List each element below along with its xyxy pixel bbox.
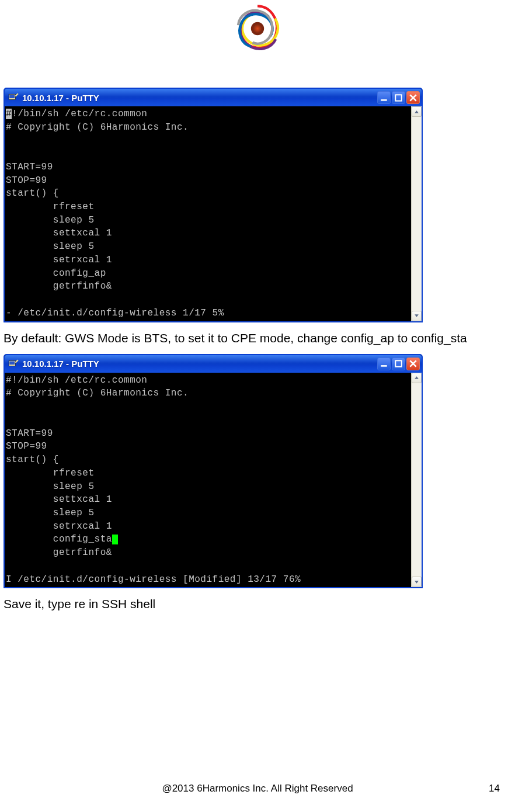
terminal-text-segment: STOP=99 — [6, 175, 47, 186]
putty-window-1: 10.10.1.17 - PuTTY #!/bin/sh /etc/rc.com… — [4, 88, 423, 322]
svg-rect-2 — [9, 95, 15, 99]
scroll-track[interactable] — [412, 383, 422, 577]
page-number: 14 — [489, 783, 500, 794]
terminal-content[interactable]: #!/bin/sh /etc/rc.common # Copyright (C)… — [5, 106, 411, 321]
terminal-text-segment: config_ap — [6, 268, 106, 279]
window-controls — [377, 358, 420, 370]
scrollbar[interactable] — [411, 106, 422, 321]
window-title: 10.10.1.17 - PuTTY — [22, 359, 374, 369]
scroll-up-button[interactable] — [412, 106, 422, 117]
terminal-text-segment: #!/bin/sh /etc/rc.common — [6, 375, 147, 386]
minimize-button[interactable] — [377, 358, 391, 370]
scrollbar[interactable] — [411, 373, 422, 588]
terminal-text-segment: sleep 5 — [6, 508, 95, 518]
putty-icon — [8, 359, 19, 369]
terminal-text-segment: getrfinfo& — [6, 281, 112, 292]
terminal-text-segment: setrxcal 1 — [6, 255, 112, 265]
putty-icon — [8, 92, 19, 103]
terminal-text-segment: # — [6, 109, 12, 119]
close-button[interactable] — [406, 358, 420, 370]
scroll-track[interactable] — [412, 117, 422, 311]
terminal-text-segment: sleep 5 — [6, 241, 95, 252]
paragraph-2: Save it, type re in SSH shell — [4, 596, 511, 612]
scroll-down-button[interactable] — [412, 311, 422, 321]
terminal-text-segment: settxcal 1 — [6, 228, 112, 238]
terminal-text-segment: !/bin/sh /etc/rc.common — [12, 109, 147, 119]
window-title: 10.10.1.17 - PuTTY — [22, 93, 374, 103]
page-header — [0, 0, 515, 56]
minimize-button[interactable] — [377, 91, 391, 104]
page-footer: @2013 6Harmonics Inc. All Right Reserved… — [0, 783, 515, 794]
page-content: 10.10.1.17 - PuTTY #!/bin/sh /etc/rc.com… — [0, 88, 515, 612]
terminal-text-segment: start() { — [6, 188, 59, 199]
terminal-text-segment: setrxcal 1 — [6, 521, 112, 532]
terminal-text-segment: settxcal 1 — [6, 494, 112, 505]
terminal-text-segment: I /etc/init.d/config-wireless [Modified]… — [6, 574, 301, 585]
scroll-down-button[interactable] — [412, 577, 422, 587]
terminal-text-segment: - /etc/init.d/config-wireless 1/17 5% — [6, 308, 224, 318]
window-controls — [377, 91, 420, 104]
svg-point-0 — [251, 22, 264, 35]
terminal-text-segment: # Copyright (C) 6Harmonics Inc. — [6, 122, 189, 133]
terminal-content[interactable]: #!/bin/sh /etc/rc.common # Copyright (C)… — [5, 373, 411, 588]
6harmonics-logo — [232, 4, 283, 54]
svg-rect-4 — [381, 99, 387, 101]
terminal-text-segment: # Copyright (C) 6Harmonics Inc. — [6, 388, 189, 398]
maximize-button[interactable] — [392, 358, 405, 370]
terminal-text-segment: rfreset — [6, 202, 95, 212]
terminal-area: #!/bin/sh /etc/rc.common # Copyright (C)… — [5, 106, 422, 321]
footer-text: @2013 6Harmonics Inc. All Right Reserved — [162, 783, 353, 794]
svg-rect-5 — [395, 95, 401, 100]
svg-rect-7 — [9, 361, 15, 365]
terminal-area: #!/bin/sh /etc/rc.common # Copyright (C)… — [5, 373, 422, 588]
svg-rect-10 — [395, 361, 401, 367]
close-button[interactable] — [406, 91, 420, 104]
window-titlebar[interactable]: 10.10.1.17 - PuTTY — [5, 355, 422, 373]
svg-rect-9 — [381, 365, 387, 367]
terminal-text-segment: STOP=99 — [6, 441, 47, 452]
paragraph-1: By default: GWS Mode is BTS, to set it t… — [4, 331, 511, 346]
window-titlebar[interactable]: 10.10.1.17 - PuTTY — [5, 89, 422, 106]
maximize-button[interactable] — [392, 91, 405, 104]
svg-line-8 — [15, 360, 18, 363]
terminal-text-segment: getrfinfo& — [6, 547, 112, 558]
terminal-text-segment: START=99 — [6, 428, 53, 439]
terminal-text-segment: sleep 5 — [6, 481, 95, 492]
terminal-text-segment: START=99 — [6, 162, 53, 172]
cursor — [112, 535, 118, 544]
terminal-text-segment: start() { — [6, 454, 59, 465]
terminal-text-segment: config_sta — [6, 534, 112, 544]
svg-line-3 — [15, 93, 18, 96]
putty-window-2: 10.10.1.17 - PuTTY #!/bin/sh /etc/rc.com… — [4, 354, 423, 589]
terminal-text-segment: rfreset — [6, 468, 95, 478]
terminal-text-segment: sleep 5 — [6, 215, 95, 225]
scroll-up-button[interactable] — [412, 373, 422, 383]
